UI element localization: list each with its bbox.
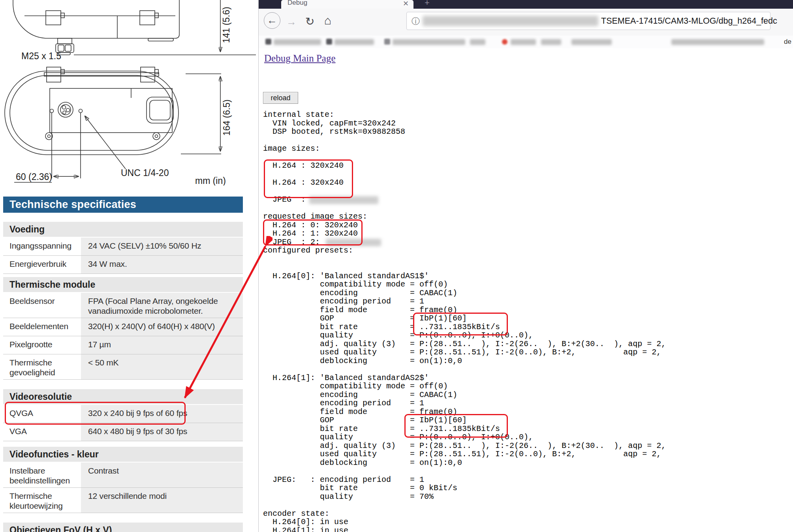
row-label: Ingangsspanning [3,238,81,255]
table-row: Pixelgrootte 17 µm [3,336,243,354]
table-row: Thermische gevoeligheid < 50 mK [3,354,243,380]
row-value: 24 VAC (SELV) ±10% 50/60 Hz [81,238,243,255]
row-value: Contrast [81,463,243,487]
dim-141-label: 141 (5.6) [221,7,231,43]
bookmark-favicon[interactable] [326,39,332,45]
section-videofuncties: Videofuncties - kleur Instelbare beeldin… [3,447,243,513]
mount-label: UNC 1/4-20 [121,168,169,178]
row-value: 640 x 480 bij 9 fps of 30 fps [81,423,243,441]
screenshot-root: M25 x 1.5 141 (5.6) [0,0,793,532]
row-value: FPA (Focal Plane Array, ongekoelde vanad… [81,293,243,318]
new-tab-icon[interactable]: + [425,0,430,8]
section-header: Videofuncties - kleur [3,447,243,462]
row-value: 34 W max. [81,256,243,273]
spec-table-title: Technische specificaties [3,197,243,213]
section-objectieven: Objectieven FoV (H x V) [3,523,243,532]
row-label: Instelbare beeldinstellingen [3,463,81,487]
row-label: Beeldsensor [3,293,81,318]
section-voeding: Voeding Ingangsspanning 24 VAC (SELV) ±1… [3,222,243,274]
bottom-view-drawing: 60 (2.36) UNC 1/4-20 164 (6.5) mm (in) [5,67,232,185]
section-header: Videoresolutie [3,389,243,404]
debug-output-text: internal state: VIN locked, capFmt=320x2… [263,111,666,532]
table-row: Beeldsensor FPA (Focal Plane Array, onge… [3,293,243,318]
debug-page: Debug Main Page reload internal state: V… [259,48,793,532]
back-icon[interactable]: ← [264,12,280,29]
section-header: Thermische module [3,277,243,292]
datasheet-pane: M25 x 1.5 141 (5.6) [0,0,259,532]
table-row-vga: VGA 640 x 480 bij 9 fps of 30 fps [3,423,243,441]
url-bar[interactable]: ⓘ TSEMEA-17415/CAM3-MLOG/dbg_h264_fedc [406,12,770,30]
dim-164-label: 164 (6.5) [222,99,232,136]
row-label: Pixelgrootte [3,336,81,354]
table-row: Ingangsspanning 24 VAC (SELV) ±10% 50/60… [3,238,243,256]
bookmark-favicon[interactable] [265,39,271,45]
browser-window: Debug ✕ + ← → ↻ ⌂ ⓘ TSEMEA-17415/CAM3-ML… [259,0,793,532]
blurred-jpeg-size [326,239,381,246]
blurred-bookmark[interactable] [393,39,465,45]
section-header: Voeding [3,222,243,237]
section-videoresolutie: Videoresolutie QVGA 320 x 240 bij 9 fps … [3,389,243,441]
bookmarks-overflow-text: de [784,38,791,46]
blurred-bookmark[interactable] [470,39,485,45]
blurred-jpeg-size [309,196,378,204]
dim-60-label: 60 (2.36) [16,172,52,182]
blurred-bookmark[interactable] [671,39,764,45]
row-value: 17 µm [81,336,243,354]
row-value: < 50 mK [81,354,243,379]
row-label: Energieverbruik [3,256,81,273]
blurred-bookmark[interactable] [334,39,374,45]
reload-icon[interactable]: ↻ [305,15,314,29]
row-label: QVGA [3,405,81,423]
technical-drawing: M25 x 1.5 141 (5.6) [0,0,259,185]
tab-title: Debug [288,0,307,8]
debug-main-page-link[interactable]: Debug Main Page [264,53,336,64]
row-value: 320(H) x 240(V) of 640(H) x 480(V) [81,318,243,336]
units-label: mm (in) [195,176,226,185]
table-row: Thermische kleurtoewijzing 12 verschille… [3,488,243,513]
table-row: Energieverbruik 34 W max. [3,256,243,274]
row-label: Beeldelementen [3,318,81,336]
blurred-bookmark[interactable] [571,39,612,45]
thread-label: M25 x 1.5 [21,51,61,61]
bookmark-favicon-red[interactable] [502,39,507,45]
reload-button[interactable]: reload [263,92,298,104]
table-row: Beeldelementen 320(H) x 240(V) of 640(H)… [3,318,243,336]
home-icon[interactable]: ⌂ [324,13,331,28]
row-label: VGA [3,423,81,441]
row-value: 320 x 240 bij 9 fps of 60 fps [81,405,243,423]
tab-strip: Debug ✕ + [259,0,793,9]
section-thermische-module: Thermische module Beeldsensor FPA (Focal… [3,277,243,380]
spec-table: Voeding Ingangsspanning 24 VAC (SELV) ±1… [3,222,243,532]
forward-icon[interactable]: → [286,15,297,29]
table-row: Instelbare beeldinstellingen Contrast [3,463,243,488]
row-label: Thermische gevoeligheid [3,354,81,379]
row-label: Thermische kleurtoewijzing [3,488,81,513]
side-view-drawing: M25 x 1.5 141 (5.6) [13,0,256,61]
table-row-qvga: QVGA 320 x 240 bij 9 fps of 60 fps [3,405,243,423]
blurred-bookmark[interactable] [541,39,561,45]
section-header: Objectieven FoV (H x V) [3,523,243,532]
blurred-bookmark[interactable] [511,39,536,45]
blurred-url-prefix [423,16,598,26]
blurred-bookmark[interactable] [274,39,321,45]
browser-toolbar: ← → ↻ ⌂ ⓘ TSEMEA-17415/CAM3-MLOG/dbg_h26… [259,9,793,36]
row-value: 12 verschillende modi [81,488,243,513]
bookmark-favicon[interactable] [384,39,390,45]
info-icon[interactable]: ⓘ [412,16,420,27]
close-tab-icon[interactable]: ✕ [403,0,409,9]
tab-debug[interactable]: Debug ✕ [281,0,413,9]
url-text: TSEMEA-17415/CAM3-MLOG/dbg_h264_fedc [601,16,777,26]
bookmarks-bar: de [259,36,793,49]
